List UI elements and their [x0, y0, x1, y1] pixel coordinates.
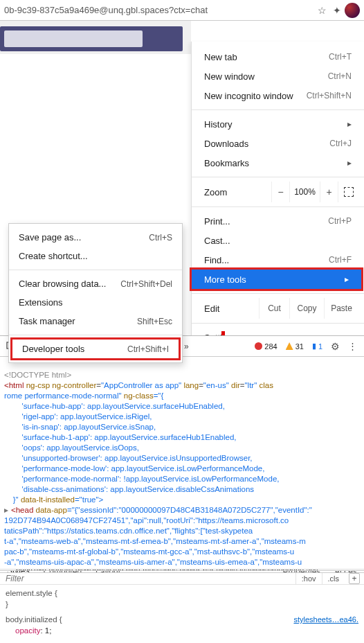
- fullscreen-icon: [344, 187, 354, 197]
- new-style-rule-button[interactable]: +: [349, 573, 360, 584]
- more-tools-submenu: Save page as...Ctrl+S Create shortcut...…: [8, 223, 183, 363]
- settings-gear-icon[interactable]: ⚙: [327, 341, 344, 352]
- cls-toggle[interactable]: .cls: [322, 573, 345, 584]
- devtools-panel: Elements Console Sources » 284 31 ▮ 1 ⚙ …: [0, 335, 364, 643]
- submenu-create-shortcut[interactable]: Create shortcut...: [9, 247, 182, 265]
- bookmark-star-icon[interactable]: ☆: [314, 3, 329, 18]
- teams-header: [0, 21, 191, 54]
- menu-new-tab[interactable]: New tabCtrl+T: [192, 47, 364, 67]
- profile-avatar[interactable]: [345, 3, 360, 18]
- copy-button[interactable]: Copy: [289, 298, 324, 319]
- submenu-task-manager[interactable]: Task managerShift+Esc: [9, 312, 182, 331]
- fullscreen-button[interactable]: [338, 182, 358, 202]
- cut-button[interactable]: Cut: [259, 298, 289, 319]
- rule-element-style: element.style { }: [6, 588, 358, 610]
- chevron-right-icon: ▸: [347, 119, 352, 129]
- menu-edit-row: Edit Cut Copy Paste: [192, 298, 364, 319]
- menu-downloads[interactable]: DownloadsCtrl+J: [192, 134, 364, 153]
- zoom-out-button[interactable]: −: [271, 182, 289, 202]
- zoom-value: 100%: [289, 182, 320, 202]
- elements-dom-tree[interactable]: <!DOCTYPE html> <html ng-csp ng-controll…: [0, 357, 364, 569]
- submenu-extensions[interactable]: Extensions: [9, 293, 182, 312]
- zoom-in-button[interactable]: +: [320, 182, 338, 202]
- submenu-developer-tools[interactable]: Developer toolsCtrl+Shift+I: [10, 337, 181, 360]
- menu-history[interactable]: History▸: [192, 114, 364, 134]
- chevron-right-icon: ▸: [347, 158, 352, 168]
- menu-more-tools[interactable]: More tools▸: [190, 267, 363, 291]
- styles-rules[interactable]: element.style { } stylesheets…ea46. body…: [0, 585, 364, 643]
- menu-incognito[interactable]: New incognito windowCtrl+Shift+N: [192, 86, 364, 105]
- chevron-right-icon: ▸: [345, 274, 349, 284]
- rule-body-initialized: stylesheets…ea46. body.initialized { opa…: [6, 614, 358, 636]
- menu-zoom: Zoom − 100% +: [192, 182, 364, 202]
- page-content: New tabCtrl+T New windowCtrl+N New incog…: [0, 21, 364, 335]
- submenu-clear-data[interactable]: Clear browsing data...Ctrl+Shift+Del: [9, 274, 182, 293]
- menu-new-window[interactable]: New windowCtrl+N: [192, 67, 364, 86]
- url-text[interactable]: 0b-9c39-837c5a9a469e@unq.gbl.spaces?ctx=…: [4, 5, 314, 15]
- stylesheet-link[interactable]: stylesheets…ea46.: [293, 614, 358, 625]
- extensions-icon[interactable]: ✦: [329, 3, 345, 18]
- devtools-menu-icon[interactable]: ⋮: [344, 341, 361, 351]
- warning-count[interactable]: 31: [282, 342, 308, 351]
- menu-bookmarks[interactable]: Bookmarks▸: [192, 153, 364, 173]
- styles-filter-row: :hov .cls +: [0, 573, 364, 585]
- submenu-save-page[interactable]: Save page as...Ctrl+S: [9, 228, 182, 247]
- styles-filter-input[interactable]: [0, 574, 295, 583]
- address-bar: 0b-9c39-837c5a9a469e@unq.gbl.spaces?ctx=…: [0, 0, 364, 21]
- hov-toggle[interactable]: :hov: [295, 573, 322, 584]
- menu-print[interactable]: Print...Ctrl+P: [192, 211, 364, 231]
- issue-count[interactable]: ▮ 1: [308, 342, 327, 351]
- paste-button[interactable]: Paste: [324, 298, 358, 319]
- menu-cast[interactable]: Cast...: [192, 231, 364, 250]
- menu-find[interactable]: Find...Ctrl+F: [192, 250, 364, 270]
- error-count[interactable]: 284: [251, 342, 281, 351]
